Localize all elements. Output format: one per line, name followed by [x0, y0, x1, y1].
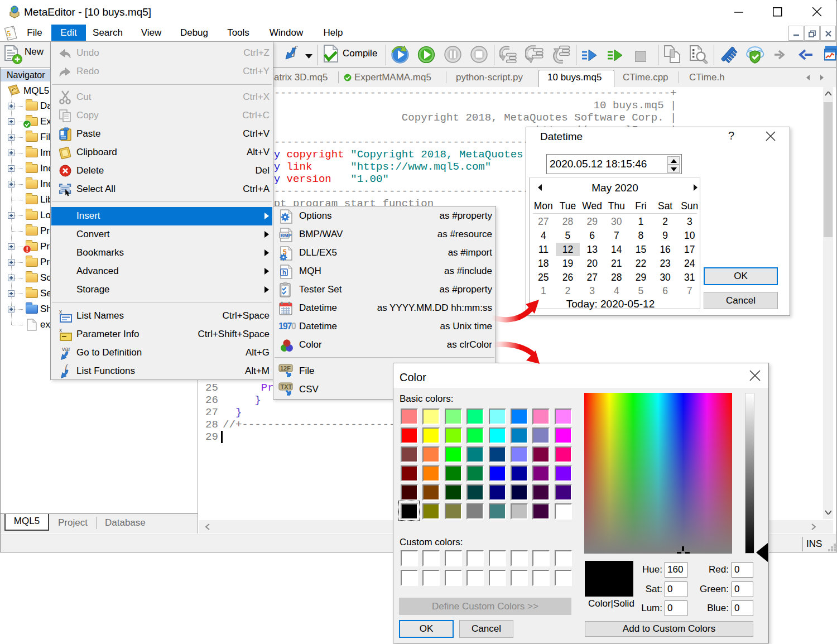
svg-text:x: x [59, 309, 62, 315]
svg-text:h: h [282, 269, 286, 276]
svg-text:x: x [59, 328, 62, 333]
svg-text:12F: 12F [280, 365, 291, 372]
svg-text:var: var [62, 345, 71, 352]
svg-text:BMP: BMP [281, 233, 292, 238]
svg-text:TXT: TXT [281, 383, 292, 390]
